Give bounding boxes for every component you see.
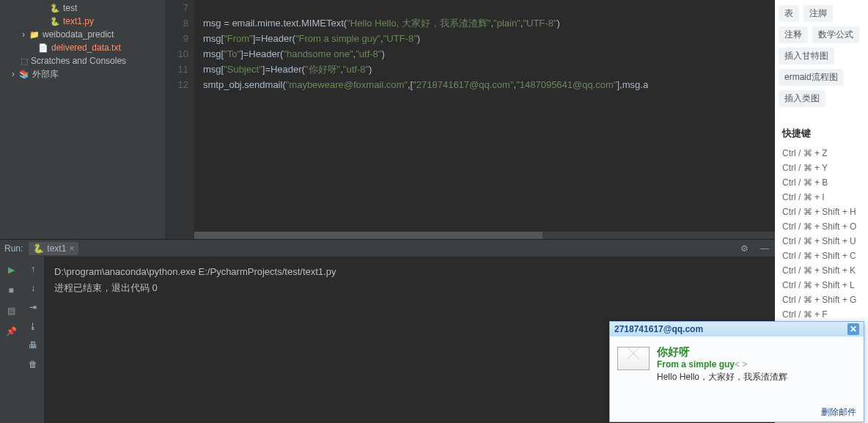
down-icon[interactable]: ↓ xyxy=(31,283,35,293)
shortcut-row: Ctrl / ⌘ + Shift + H xyxy=(775,205,868,219)
popup-header[interactable]: 2718741617@qq.com ✕ xyxy=(610,322,864,336)
shortcut-row: Ctrl / ⌘ + Shift + G xyxy=(775,293,868,307)
horizontal-scrollbar[interactable] xyxy=(194,232,775,239)
shortcut-row: Ctrl / ⌘ + Z xyxy=(775,146,868,161)
popup-from: From a simple guy< > xyxy=(657,359,787,369)
shortcut-row: Ctrl / ⌘ + Shift + K xyxy=(775,263,868,278)
code-line[interactable]: smtp_obj.sendmail("maybeweare@foxmail.co… xyxy=(203,77,775,92)
wrap-icon[interactable]: ⇥ xyxy=(29,302,37,312)
pill-button[interactable]: 表 xyxy=(779,5,799,22)
tree-item[interactable]: 📄 delivered_data.txt xyxy=(0,41,165,54)
pill-button[interactable]: 插入甘特图 xyxy=(779,48,834,65)
close-icon[interactable]: ✕ xyxy=(847,323,859,335)
python-icon: 🐍 xyxy=(33,243,44,254)
tree-label: delivered_data.txt xyxy=(51,43,121,53)
run-icon[interactable]: ▶ xyxy=(5,264,17,276)
tree-label: test xyxy=(63,3,77,13)
lib-icon: 📚 xyxy=(19,70,29,79)
gear-icon[interactable]: ⚙ xyxy=(740,243,749,254)
email-notification[interactable]: 2718741617@qq.com ✕ 你好呀 From a simple gu… xyxy=(609,321,864,422)
popup-subject: 你好呀 xyxy=(657,345,787,359)
pill-button[interactable]: 注脚 xyxy=(803,5,833,22)
line-number: 9 xyxy=(165,31,188,46)
stop-icon[interactable]: ■ xyxy=(5,284,17,296)
code-area[interactable]: msg = email.mime.text.MIMEText("Hello He… xyxy=(194,0,775,239)
shortcut-row: Ctrl / ⌘ + Shift + O xyxy=(775,219,868,234)
code-line[interactable] xyxy=(203,0,775,15)
line-number: 10 xyxy=(165,46,188,62)
tree-label: 外部库 xyxy=(32,68,59,81)
shortcut-row: Ctrl / ⌘ + Shift + C xyxy=(775,249,868,263)
folder-icon: 📁 xyxy=(29,30,40,40)
line-number: 11 xyxy=(165,62,188,77)
tree-label: Scratches and Consoles xyxy=(31,56,126,66)
pill-button[interactable]: ermaid流程图 xyxy=(779,69,844,86)
console-actions-left: ▶■▤📌 xyxy=(0,257,22,423)
pill-group: 表注脚注释数学公式插入甘特图ermaid流程图插入类图 xyxy=(775,0,868,112)
tree-item[interactable]: ⬚ Scratches and Consoles xyxy=(0,54,165,67)
pill-button[interactable]: 注释 xyxy=(779,26,808,43)
project-tree[interactable]: 🐍 test🐍 text1.py›📁 weibodata_predict📄 de… xyxy=(0,0,165,239)
trash-icon[interactable]: 🗑 xyxy=(29,359,37,369)
tree-item[interactable]: 🐍 test xyxy=(0,1,165,15)
file-icon: 📄 xyxy=(38,43,48,53)
layout-icon[interactable]: ▤ xyxy=(5,305,17,317)
pill-button[interactable]: 数学公式 xyxy=(812,26,859,43)
chevron-icon[interactable]: › xyxy=(21,29,26,40)
code-editor[interactable]: 789101112 msg = email.mime.text.MIMEText… xyxy=(165,0,775,239)
tree-label: weibodata_predict xyxy=(43,29,114,40)
print-icon[interactable]: 🖶 xyxy=(29,340,37,350)
chevron-icon[interactable]: › xyxy=(10,69,16,79)
code-line[interactable]: msg["Subject"]=Header("你好呀","utf-8") xyxy=(203,62,775,77)
run-toolbar: Run: 🐍 text1 × ⚙ — xyxy=(0,239,775,257)
shortcut-row: Ctrl / ⌘ + I xyxy=(775,190,868,205)
tree-item[interactable]: ›📚 外部库 xyxy=(0,67,165,81)
run-tab[interactable]: 🐍 text1 × xyxy=(29,242,78,255)
shortcut-row: Ctrl / ⌘ + F xyxy=(775,307,868,322)
shortcuts-list: Ctrl / ⌘ + ZCtrl / ⌘ + YCtrl / ⌘ + BCtrl… xyxy=(775,146,868,336)
export-icon[interactable]: ⭳ xyxy=(29,321,37,331)
python-icon: 🐍 xyxy=(50,17,60,26)
shortcut-row: Ctrl / ⌘ + Shift + L xyxy=(775,278,868,293)
watermark: https://blog.csdn.net/wei... xyxy=(737,410,839,420)
shortcut-row: Ctrl / ⌘ + B xyxy=(775,175,868,190)
shortcut-row: Ctrl / ⌘ + Y xyxy=(775,161,868,175)
console-command: D:\program\anaconda\python.exe E:/Pychar… xyxy=(54,264,765,280)
popup-sender: 2718741617@qq.com xyxy=(614,324,703,334)
pill-button[interactable]: 插入类图 xyxy=(779,90,825,107)
line-gutter: 789101112 xyxy=(165,0,194,239)
shortcuts-title: 快捷键 xyxy=(782,127,868,140)
line-number: 8 xyxy=(165,15,188,31)
line-number: 7 xyxy=(165,0,188,15)
code-line[interactable]: msg["From"]=Header("From a simple guy","… xyxy=(203,31,775,46)
tree-item[interactable]: 🐍 text1.py xyxy=(0,15,165,28)
close-icon[interactable]: × xyxy=(69,243,74,254)
run-label: Run: xyxy=(4,243,23,254)
minimize-icon[interactable]: — xyxy=(760,243,769,254)
python-icon: 🐍 xyxy=(50,4,60,13)
envelope-icon xyxy=(617,347,650,370)
code-line[interactable]: msg = email.mime.text.MIMEText("Hello He… xyxy=(203,15,775,31)
scratch-icon: ⬚ xyxy=(21,56,28,66)
console-actions-right: ↑↓⇥⭳🖶🗑 xyxy=(22,257,44,423)
shortcut-row: Ctrl / ⌘ + Shift + U xyxy=(775,234,868,249)
pin-icon[interactable]: 📌 xyxy=(5,325,17,337)
up-icon[interactable]: ↑ xyxy=(31,264,35,274)
popup-preview: Hello Hello，大家好，我系渣渣辉 xyxy=(657,371,787,383)
tree-item[interactable]: ›📁 weibodata_predict xyxy=(0,28,165,41)
console-exit: 进程已结束，退出代码 0 xyxy=(54,280,765,296)
code-line[interactable]: msg["To"]=Header("handsome one","utf-8") xyxy=(203,46,775,62)
line-number: 12 xyxy=(165,77,188,92)
tree-label: text1.py xyxy=(63,16,94,26)
